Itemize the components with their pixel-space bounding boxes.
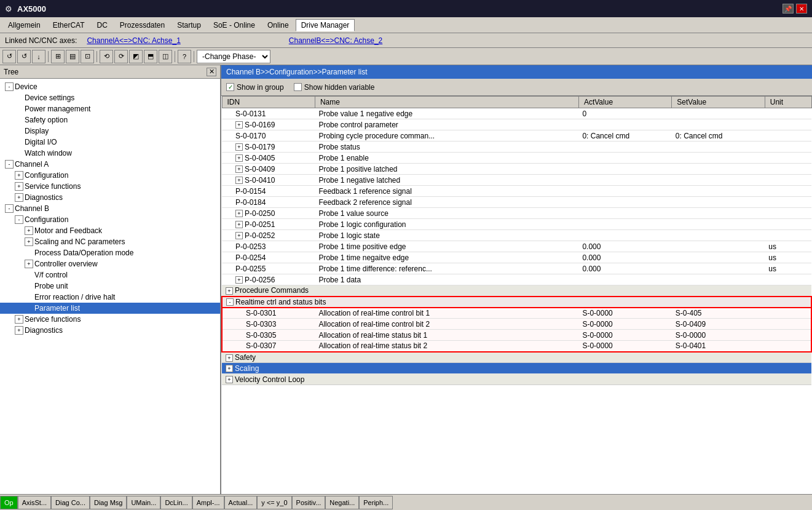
tree-toggle-icon[interactable]: + xyxy=(25,226,33,235)
toolbar-refresh2[interactable]: ↺ xyxy=(17,50,31,63)
params-table-wrapper[interactable]: IDN Name ActValue SetValue Unit S-0-0131… xyxy=(221,96,812,494)
table-row[interactable]: P-0-0184Feedback 2 reference signal xyxy=(222,197,811,208)
tree-item[interactable]: Safety option xyxy=(0,114,220,126)
channel-b-link[interactable]: ChannelB<=>CNC: Achse_2 xyxy=(289,36,382,45)
status-item[interactable]: AxisSt... xyxy=(18,496,51,509)
table-row[interactable]: S-0-0305Allocation of real-time status b… xyxy=(222,330,811,341)
table-row[interactable]: +S-0-0405Probe 1 enable xyxy=(222,153,811,164)
tree-item[interactable]: +Controller overview xyxy=(0,258,220,269)
table-row[interactable]: +P-0-0252Probe 1 logic state xyxy=(222,230,811,241)
table-row[interactable]: P-0-0255Probe 1 time difference: referen… xyxy=(222,263,811,274)
tree-item[interactable]: Watch window xyxy=(0,148,220,159)
row-toggle-icon[interactable]: + xyxy=(235,154,243,162)
table-row[interactable]: +Velocity Control Loop xyxy=(222,374,811,385)
tree-item[interactable]: +Service functions xyxy=(0,181,220,192)
tree-toggle-icon[interactable]: - xyxy=(5,160,14,169)
tree-item[interactable]: -Device xyxy=(0,81,220,92)
table-row[interactable]: +S-0-0179Probe status xyxy=(222,141,811,153)
tree-item[interactable]: Probe unit xyxy=(0,281,220,292)
toolbar-download[interactable]: ↓ xyxy=(32,50,45,63)
tree-toggle-icon[interactable]: + xyxy=(15,193,23,202)
tree-item[interactable]: +Diagnostics xyxy=(0,325,220,336)
tree-close-button[interactable]: ✕ xyxy=(207,68,216,76)
table-row[interactable]: +Procedure Commands xyxy=(222,285,811,297)
row-toggle-icon[interactable]: + xyxy=(235,276,243,284)
tree-toggle-icon[interactable]: - xyxy=(5,82,14,91)
table-row[interactable]: +P-0-0250Probe 1 value source xyxy=(222,208,811,219)
tree-item[interactable]: Process Data/Operation mode xyxy=(0,247,220,258)
tree-item[interactable]: Power management xyxy=(0,103,220,114)
toolbar-btn4[interactable]: ⊞ xyxy=(51,50,65,63)
row-toggle-icon[interactable]: + xyxy=(235,221,243,228)
menu-item-allgemein[interactable]: Allgemein xyxy=(2,19,46,31)
section-toggle-icon[interactable]: + xyxy=(226,287,233,295)
toolbar-refresh1[interactable]: ↺ xyxy=(2,50,16,63)
tree-item[interactable]: -Configuration xyxy=(0,214,220,225)
status-item[interactable]: Diag Msg xyxy=(90,496,127,509)
table-row[interactable]: P-0-0254Probe 1 time negaitve edge0.000u… xyxy=(222,252,811,263)
section-toggle-icon[interactable]: + xyxy=(226,376,233,383)
tree-toggle-icon[interactable]: + xyxy=(15,182,23,191)
show-in-group-checkbox[interactable] xyxy=(226,83,234,91)
status-item[interactable]: Op xyxy=(0,496,18,509)
toolbar-btn9[interactable]: ◩ xyxy=(129,50,143,63)
status-item[interactable]: Periph... xyxy=(359,496,393,509)
tree-item[interactable]: -Channel B xyxy=(0,203,220,214)
table-row[interactable]: +Safety xyxy=(222,352,811,363)
tree-toggle-icon[interactable]: - xyxy=(15,215,23,224)
show-in-group-check[interactable]: Show in group xyxy=(226,83,284,92)
table-row[interactable]: S-0-0307Allocation of real-time status b… xyxy=(222,341,811,352)
toolbar-btn10[interactable]: ⬒ xyxy=(144,50,157,63)
status-item[interactable]: UMain... xyxy=(127,496,160,509)
status-item[interactable]: Diag Co... xyxy=(51,496,90,509)
table-row[interactable]: +Scaling xyxy=(222,363,811,374)
status-item[interactable]: Negati... xyxy=(325,496,359,509)
section-toggle-icon[interactable]: + xyxy=(226,354,233,362)
table-row[interactable]: S-0-0131Probe value 1 negative edge0 xyxy=(222,108,811,119)
show-hidden-checkbox[interactable] xyxy=(294,83,302,91)
tree-toggle-icon[interactable]: + xyxy=(15,315,23,324)
tree-item[interactable]: V/f control xyxy=(0,269,220,281)
table-row[interactable]: +P-0-0256Probe 1 data xyxy=(222,274,811,285)
toolbar-btn11[interactable]: ◫ xyxy=(159,50,172,63)
table-row[interactable]: +S-0-0409Probe 1 positive latched xyxy=(222,164,811,175)
row-toggle-icon[interactable]: + xyxy=(235,232,243,239)
table-row[interactable]: P-0-0253Probe 1 time positive edge0.000u… xyxy=(222,241,811,252)
tree-item[interactable]: Display xyxy=(0,126,220,137)
close-button[interactable]: ✕ xyxy=(796,4,807,14)
tree-item[interactable]: +Diagnostics xyxy=(0,192,220,203)
table-row[interactable]: S-0-0170Probing cycle procedure comman..… xyxy=(222,130,811,141)
row-toggle-icon[interactable]: + xyxy=(235,121,243,129)
status-item[interactable]: Positiv... xyxy=(292,496,326,509)
tree-item[interactable]: Digital I/O xyxy=(0,137,220,148)
toolbar-help[interactable]: ? xyxy=(178,50,191,63)
table-row[interactable]: P-0-0154Feedback 1 reference signal xyxy=(222,186,811,197)
menu-item-ethercat[interactable]: EtherCAT xyxy=(47,19,90,31)
row-toggle-icon[interactable]: + xyxy=(235,165,243,173)
table-row[interactable]: S-0-0303Allocation of real-time control … xyxy=(222,319,811,330)
tree-toggle-icon[interactable]: + xyxy=(15,326,23,335)
tree-item[interactable]: Device settings xyxy=(0,92,220,103)
menu-item-prozessdaten[interactable]: Prozessdaten xyxy=(114,19,170,31)
table-row[interactable]: S-0-0301Allocation of real-time control … xyxy=(222,308,811,319)
tree-item[interactable]: +Motor and Feedback xyxy=(0,225,220,236)
row-toggle-icon[interactable]: + xyxy=(235,177,243,184)
menu-item-online[interactable]: Online xyxy=(262,19,294,31)
tree-item[interactable]: -Channel A xyxy=(0,159,220,170)
status-item[interactable]: Ampl-... xyxy=(192,496,224,509)
tree-item[interactable]: Error reaction / drive halt xyxy=(0,292,220,303)
tree-item[interactable]: +Service functions xyxy=(0,314,220,325)
tree-item[interactable]: +Configuration xyxy=(0,170,220,181)
status-item[interactable]: Actual... xyxy=(224,496,258,509)
tree-item[interactable]: +Scaling and NC parameters xyxy=(0,236,220,247)
menu-item-dc[interactable]: DC xyxy=(92,19,113,31)
section-toggle-icon[interactable]: - xyxy=(226,298,234,306)
tree-item[interactable]: Parameter list xyxy=(0,303,220,314)
row-toggle-icon[interactable]: + xyxy=(235,210,243,217)
toolbar-btn8[interactable]: ⟳ xyxy=(114,50,128,63)
table-row[interactable]: +P-0-0251Probe 1 logic configuration xyxy=(222,219,811,230)
show-hidden-check[interactable]: Show hidden variable xyxy=(294,83,375,92)
tree-toggle-icon[interactable]: + xyxy=(25,260,33,268)
menu-item-drive-manager[interactable]: Drive Manager xyxy=(296,19,355,31)
phase-dropdown[interactable]: -Change Phase- xyxy=(197,50,270,63)
